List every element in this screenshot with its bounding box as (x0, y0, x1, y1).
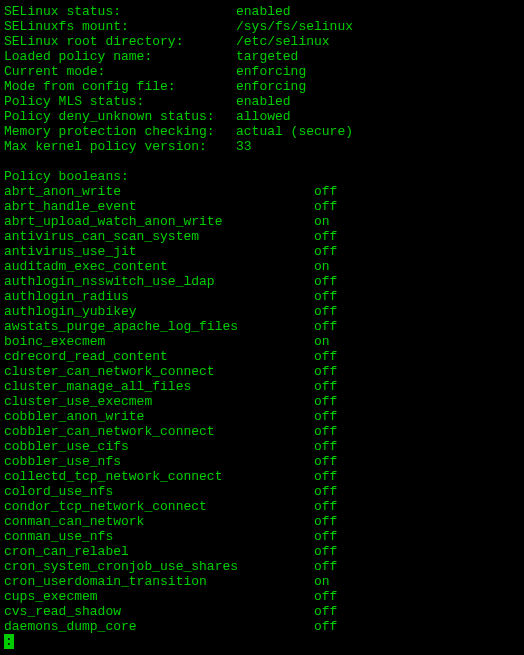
status-row: Current mode:enforcing (4, 64, 520, 79)
status-label: Policy MLS status: (4, 94, 236, 109)
status-value: enforcing (236, 79, 306, 94)
boolean-value: off (314, 244, 337, 259)
status-row: Mode from config file:enforcing (4, 79, 520, 94)
boolean-name: conman_use_nfs (4, 529, 314, 544)
status-label: Current mode: (4, 64, 236, 79)
boolean-value: off (314, 274, 337, 289)
boolean-name: colord_use_nfs (4, 484, 314, 499)
boolean-name: cdrecord_read_content (4, 349, 314, 364)
status-value: allowed (236, 109, 291, 124)
status-value: enabled (236, 94, 291, 109)
boolean-name: cvs_read_shadow (4, 604, 314, 619)
boolean-name: cron_system_cronjob_use_shares (4, 559, 314, 574)
status-label: SELinux root directory: (4, 34, 236, 49)
status-value: 33 (236, 139, 252, 154)
boolean-value: on (314, 574, 330, 589)
boolean-row: cobbler_use_cifsoff (4, 439, 520, 454)
boolean-value: off (314, 589, 337, 604)
boolean-name: abrt_anon_write (4, 184, 314, 199)
boolean-value: off (314, 619, 337, 634)
status-label: Memory protection checking: (4, 124, 236, 139)
boolean-name: authlogin_nsswitch_use_ldap (4, 274, 314, 289)
status-row: SELinux root directory:/etc/selinux (4, 34, 520, 49)
boolean-name: daemons_dump_core (4, 619, 314, 634)
boolean-value: off (314, 184, 337, 199)
boolean-value: off (314, 319, 337, 334)
status-label: Policy deny_unknown status: (4, 109, 236, 124)
boolean-row: authlogin_nsswitch_use_ldapoff (4, 274, 520, 289)
boolean-row: daemons_dump_coreoff (4, 619, 520, 634)
boolean-value: off (314, 199, 337, 214)
boolean-row: abrt_anon_writeoff (4, 184, 520, 199)
boolean-value: off (314, 379, 337, 394)
boolean-name: authlogin_yubikey (4, 304, 314, 319)
boolean-row: cobbler_can_network_connectoff (4, 424, 520, 439)
pager-prompt[interactable]: : (4, 634, 14, 649)
boolean-value: on (314, 334, 330, 349)
status-row: Memory protection checking:actual (secur… (4, 124, 520, 139)
boolean-value: on (314, 259, 330, 274)
boolean-row: authlogin_radiusoff (4, 289, 520, 304)
boolean-value: off (314, 349, 337, 364)
boolean-row: conman_use_nfsoff (4, 529, 520, 544)
boolean-row: colord_use_nfsoff (4, 484, 520, 499)
status-label: SELinux status: (4, 4, 236, 19)
boolean-row: cobbler_use_nfsoff (4, 454, 520, 469)
boolean-name: auditadm_exec_content (4, 259, 314, 274)
boolean-row: abrt_upload_watch_anon_writeon (4, 214, 520, 229)
boolean-value: on (314, 214, 330, 229)
boolean-name: cobbler_use_nfs (4, 454, 314, 469)
status-value: /etc/selinux (236, 34, 330, 49)
boolean-value: off (314, 469, 337, 484)
boolean-row: boinc_execmemon (4, 334, 520, 349)
boolean-value: off (314, 484, 337, 499)
boolean-row: cron_can_relabeloff (4, 544, 520, 559)
boolean-value: off (314, 409, 337, 424)
boolean-row: awstats_purge_apache_log_filesoff (4, 319, 520, 334)
boolean-row: cluster_use_execmemoff (4, 394, 520, 409)
status-label: Max kernel policy version: (4, 139, 236, 154)
boolean-row: cvs_read_shadowoff (4, 604, 520, 619)
status-row: Loaded policy name:targeted (4, 49, 520, 64)
boolean-value: off (314, 604, 337, 619)
boolean-row: cron_system_cronjob_use_sharesoff (4, 559, 520, 574)
boolean-row: antivirus_use_jitoff (4, 244, 520, 259)
boolean-row: antivirus_can_scan_systemoff (4, 229, 520, 244)
boolean-value: off (314, 559, 337, 574)
boolean-value: off (314, 499, 337, 514)
boolean-name: cobbler_use_cifs (4, 439, 314, 454)
boolean-value: off (314, 454, 337, 469)
status-label: Loaded policy name: (4, 49, 236, 64)
selinux-status-section: SELinux status:enabledSELinuxfs mount:/s… (4, 4, 520, 154)
pager-prompt-line[interactable]: : (4, 634, 520, 649)
boolean-name: abrt_upload_watch_anon_write (4, 214, 314, 229)
boolean-row: abrt_handle_eventoff (4, 199, 520, 214)
boolean-row: cups_execmemoff (4, 589, 520, 604)
status-row: Policy deny_unknown status:allowed (4, 109, 520, 124)
boolean-row: condor_tcp_network_connectoff (4, 499, 520, 514)
boolean-name: cluster_can_network_connect (4, 364, 314, 379)
status-row: Max kernel policy version:33 (4, 139, 520, 154)
boolean-name: awstats_purge_apache_log_files (4, 319, 314, 334)
boolean-row: authlogin_yubikeyoff (4, 304, 520, 319)
boolean-value: off (314, 229, 337, 244)
boolean-name: cluster_use_execmem (4, 394, 314, 409)
boolean-row: cluster_manage_all_filesoff (4, 379, 520, 394)
boolean-row: cobbler_anon_writeoff (4, 409, 520, 424)
boolean-name: boinc_execmem (4, 334, 314, 349)
boolean-value: off (314, 289, 337, 304)
boolean-name: cups_execmem (4, 589, 314, 604)
boolean-row: collectd_tcp_network_connectoff (4, 469, 520, 484)
status-value: actual (secure) (236, 124, 353, 139)
policy-booleans-header: Policy booleans: (4, 169, 520, 184)
status-row: Policy MLS status:enabled (4, 94, 520, 109)
status-row: SELinuxfs mount:/sys/fs/selinux (4, 19, 520, 34)
boolean-name: authlogin_radius (4, 289, 314, 304)
boolean-name: collectd_tcp_network_connect (4, 469, 314, 484)
status-value: targeted (236, 49, 298, 64)
boolean-name: abrt_handle_event (4, 199, 314, 214)
boolean-value: off (314, 364, 337, 379)
policy-booleans-list: abrt_anon_writeoffabrt_handle_eventoffab… (4, 184, 520, 634)
status-value: enforcing (236, 64, 306, 79)
boolean-value: off (314, 304, 337, 319)
